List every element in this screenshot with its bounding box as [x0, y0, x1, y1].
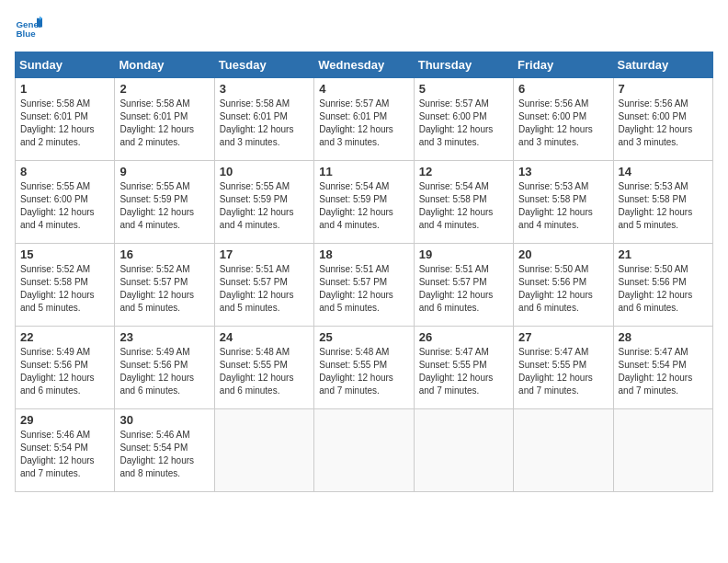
day-info: Sunrise: 5:55 AM Sunset: 6:00 PM Dayligh…: [20, 180, 109, 232]
day-number: 29: [20, 413, 109, 427]
day-number: 18: [319, 247, 408, 261]
calendar-cell: 29 Sunrise: 5:46 AM Sunset: 5:54 PM Dayl…: [16, 409, 115, 492]
day-info: Sunrise: 5:54 AM Sunset: 5:58 PM Dayligh…: [419, 180, 508, 232]
calendar-cell: [514, 409, 613, 492]
logo-icon: General Blue: [15, 15, 42, 42]
calendar-cell: 6 Sunrise: 5:56 AM Sunset: 6:00 PM Dayli…: [514, 78, 613, 161]
day-number: 26: [419, 330, 508, 344]
day-number: 3: [220, 82, 309, 96]
day-number: 20: [518, 247, 608, 261]
calendar-cell: [314, 409, 414, 492]
calendar-cell: 9 Sunrise: 5:55 AM Sunset: 5:59 PM Dayli…: [115, 161, 214, 244]
calendar-cell: 15 Sunrise: 5:52 AM Sunset: 5:58 PM Dayl…: [16, 244, 115, 327]
day-info: Sunrise: 5:56 AM Sunset: 6:00 PM Dayligh…: [518, 98, 608, 149]
svg-text:Blue: Blue: [17, 29, 37, 39]
week-row-4: 22 Sunrise: 5:49 AM Sunset: 5:56 PM Dayl…: [16, 327, 713, 409]
day-info: Sunrise: 5:54 AM Sunset: 5:59 PM Dayligh…: [319, 180, 408, 232]
day-info: Sunrise: 5:49 AM Sunset: 5:56 PM Dayligh…: [20, 346, 109, 397]
calendar-cell: 17 Sunrise: 5:51 AM Sunset: 5:57 PM Dayl…: [214, 244, 313, 327]
week-row-3: 15 Sunrise: 5:52 AM Sunset: 5:58 PM Dayl…: [16, 244, 713, 327]
day-info: Sunrise: 5:51 AM Sunset: 5:57 PM Dayligh…: [319, 263, 408, 315]
calendar-cell: 11 Sunrise: 5:54 AM Sunset: 5:59 PM Dayl…: [314, 161, 414, 244]
weekday-header-friday: Friday: [514, 52, 613, 78]
day-number: 5: [419, 82, 508, 96]
day-info: Sunrise: 5:57 AM Sunset: 6:00 PM Dayligh…: [419, 98, 508, 149]
calendar-cell: 18 Sunrise: 5:51 AM Sunset: 5:57 PM Dayl…: [314, 244, 414, 327]
day-number: 12: [419, 165, 508, 178]
weekday-header-saturday: Saturday: [613, 52, 712, 78]
calendar-cell: [214, 409, 313, 492]
day-info: Sunrise: 5:48 AM Sunset: 5:55 PM Dayligh…: [319, 346, 408, 397]
day-number: 13: [518, 165, 608, 178]
calendar-cell: [613, 409, 712, 492]
day-number: 28: [619, 330, 708, 344]
calendar-cell: 21 Sunrise: 5:50 AM Sunset: 5:56 PM Dayl…: [613, 244, 712, 327]
calendar-cell: 1 Sunrise: 5:58 AM Sunset: 6:01 PM Dayli…: [16, 78, 115, 161]
day-number: 11: [319, 165, 408, 178]
weekday-header-sunday: Sunday: [16, 52, 115, 78]
weekday-header-monday: Monday: [115, 52, 214, 78]
calendar-cell: 27 Sunrise: 5:47 AM Sunset: 5:55 PM Dayl…: [514, 327, 613, 409]
day-number: 24: [220, 330, 309, 344]
day-info: Sunrise: 5:47 AM Sunset: 5:55 PM Dayligh…: [518, 346, 608, 397]
day-number: 27: [518, 330, 608, 344]
day-info: Sunrise: 5:51 AM Sunset: 5:57 PM Dayligh…: [220, 263, 309, 315]
page-header: General Blue: [15, 15, 713, 42]
day-info: Sunrise: 5:49 AM Sunset: 5:56 PM Dayligh…: [119, 346, 209, 397]
day-number: 15: [20, 247, 109, 261]
day-info: Sunrise: 5:58 AM Sunset: 6:01 PM Dayligh…: [119, 98, 209, 149]
day-number: 4: [319, 82, 408, 96]
calendar-cell: 3 Sunrise: 5:58 AM Sunset: 6:01 PM Dayli…: [214, 78, 313, 161]
calendar-cell: 25 Sunrise: 5:48 AM Sunset: 5:55 PM Dayl…: [314, 327, 414, 409]
weekday-header-wednesday: Wednesday: [314, 52, 414, 78]
day-number: 21: [619, 247, 708, 261]
day-info: Sunrise: 5:53 AM Sunset: 5:58 PM Dayligh…: [518, 180, 608, 232]
calendar-cell: 24 Sunrise: 5:48 AM Sunset: 5:55 PM Dayl…: [214, 327, 313, 409]
day-number: 16: [119, 247, 209, 261]
calendar-cell: 22 Sunrise: 5:49 AM Sunset: 5:56 PM Dayl…: [16, 327, 115, 409]
calendar-cell: 30 Sunrise: 5:46 AM Sunset: 5:54 PM Dayl…: [115, 409, 214, 492]
day-number: 17: [220, 247, 309, 261]
calendar-cell: 10 Sunrise: 5:55 AM Sunset: 5:59 PM Dayl…: [214, 161, 313, 244]
calendar-cell: [414, 409, 513, 492]
day-info: Sunrise: 5:56 AM Sunset: 6:00 PM Dayligh…: [619, 98, 708, 149]
day-info: Sunrise: 5:53 AM Sunset: 5:58 PM Dayligh…: [619, 180, 708, 232]
day-number: 7: [619, 82, 708, 96]
calendar-cell: 26 Sunrise: 5:47 AM Sunset: 5:55 PM Dayl…: [414, 327, 513, 409]
day-number: 19: [419, 247, 508, 261]
day-info: Sunrise: 5:47 AM Sunset: 5:54 PM Dayligh…: [619, 346, 708, 397]
day-number: 22: [20, 330, 109, 344]
calendar-table: SundayMondayTuesdayWednesdayThursdayFrid…: [15, 52, 713, 492]
day-info: Sunrise: 5:52 AM Sunset: 5:58 PM Dayligh…: [20, 263, 109, 315]
day-number: 2: [119, 82, 209, 96]
day-number: 1: [20, 82, 109, 96]
weekday-header-thursday: Thursday: [414, 52, 513, 78]
calendar-cell: 7 Sunrise: 5:56 AM Sunset: 6:00 PM Dayli…: [613, 78, 712, 161]
day-info: Sunrise: 5:50 AM Sunset: 5:56 PM Dayligh…: [518, 263, 608, 315]
weekday-header-row: SundayMondayTuesdayWednesdayThursdayFrid…: [16, 52, 713, 78]
day-number: 10: [220, 165, 309, 178]
calendar-cell: 20 Sunrise: 5:50 AM Sunset: 5:56 PM Dayl…: [514, 244, 613, 327]
day-info: Sunrise: 5:46 AM Sunset: 5:54 PM Dayligh…: [119, 429, 209, 480]
day-number: 25: [319, 330, 408, 344]
calendar-cell: 2 Sunrise: 5:58 AM Sunset: 6:01 PM Dayli…: [115, 78, 214, 161]
calendar-cell: 13 Sunrise: 5:53 AM Sunset: 5:58 PM Dayl…: [514, 161, 613, 244]
logo: General Blue: [15, 15, 42, 42]
calendar-cell: 14 Sunrise: 5:53 AM Sunset: 5:58 PM Dayl…: [613, 161, 712, 244]
day-info: Sunrise: 5:46 AM Sunset: 5:54 PM Dayligh…: [20, 429, 109, 480]
day-number: 9: [119, 165, 209, 178]
day-info: Sunrise: 5:58 AM Sunset: 6:01 PM Dayligh…: [220, 98, 309, 149]
day-info: Sunrise: 5:58 AM Sunset: 6:01 PM Dayligh…: [20, 98, 109, 149]
day-number: 23: [119, 330, 209, 344]
day-number: 14: [619, 165, 708, 178]
calendar-cell: 4 Sunrise: 5:57 AM Sunset: 6:01 PM Dayli…: [314, 78, 414, 161]
day-info: Sunrise: 5:50 AM Sunset: 5:56 PM Dayligh…: [619, 263, 708, 315]
week-row-5: 29 Sunrise: 5:46 AM Sunset: 5:54 PM Dayl…: [16, 409, 713, 492]
week-row-2: 8 Sunrise: 5:55 AM Sunset: 6:00 PM Dayli…: [16, 161, 713, 244]
calendar-cell: 16 Sunrise: 5:52 AM Sunset: 5:57 PM Dayl…: [115, 244, 214, 327]
calendar-cell: 8 Sunrise: 5:55 AM Sunset: 6:00 PM Dayli…: [16, 161, 115, 244]
day-number: 6: [518, 82, 608, 96]
day-info: Sunrise: 5:52 AM Sunset: 5:57 PM Dayligh…: [119, 263, 209, 315]
calendar-cell: 19 Sunrise: 5:51 AM Sunset: 5:57 PM Dayl…: [414, 244, 513, 327]
day-number: 8: [20, 165, 109, 178]
